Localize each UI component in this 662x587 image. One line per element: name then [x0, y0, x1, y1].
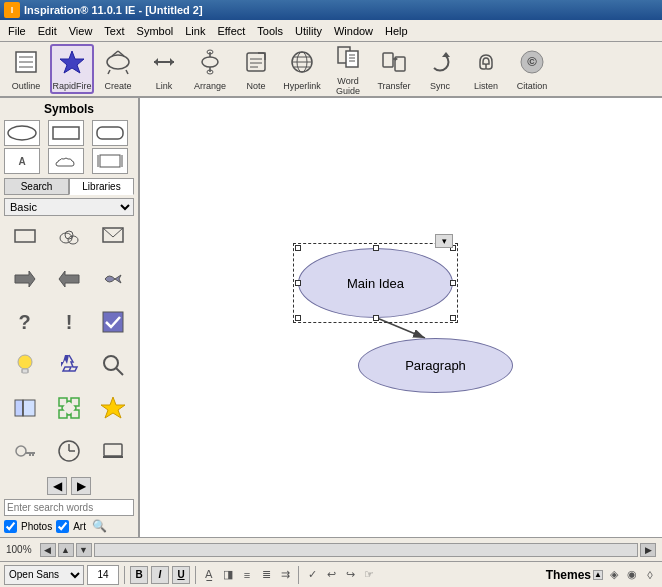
mainidea-shape[interactable]: ▾ Main Idea — [298, 248, 453, 318]
basic-select[interactable]: Basic — [4, 198, 134, 216]
arrow-back-icon[interactable]: ↩ — [323, 567, 339, 583]
canvas-area[interactable]: ▾ Main Idea Paragraph — [140, 98, 662, 537]
menu-text[interactable]: Text — [98, 23, 130, 39]
link-tool[interactable]: Link — [142, 44, 186, 94]
pin-symbol[interactable] — [92, 148, 128, 174]
handle-tl[interactable] — [295, 245, 301, 251]
italic-button[interactable]: I — [151, 566, 169, 584]
sym-exclamation[interactable]: ! — [48, 306, 89, 338]
align-left-icon[interactable]: ≡ — [239, 567, 255, 583]
handle-ml[interactable] — [295, 280, 301, 286]
palette-icon-2[interactable]: ◉ — [624, 567, 640, 583]
palette-icon-3[interactable]: ◊ — [642, 567, 658, 583]
indent-icon[interactable]: ⇉ — [277, 567, 293, 583]
note-tool[interactable]: Note — [234, 44, 278, 94]
sym-key[interactable] — [4, 435, 45, 467]
sym-puzzle[interactable] — [48, 392, 89, 424]
handle-mr[interactable] — [450, 280, 456, 286]
spellcheck-icon[interactable]: ✓ — [304, 567, 320, 583]
highlight-icon[interactable]: ◨ — [220, 567, 236, 583]
font-size-input[interactable] — [87, 565, 119, 585]
panel-prev-arrow[interactable]: ◀ — [47, 477, 67, 495]
scroll-right-arrow[interactable]: ▶ — [640, 543, 656, 557]
color-icon[interactable]: A̲ — [201, 567, 217, 583]
menu-tools[interactable]: Tools — [251, 23, 289, 39]
sym-arrow-left[interactable] — [48, 263, 89, 295]
sym-rectangle-outline[interactable] — [4, 220, 45, 252]
outline-icon — [12, 48, 40, 80]
handle-bl[interactable] — [295, 315, 301, 321]
paragraph-ellipse[interactable]: Paragraph — [358, 338, 513, 393]
roundrect-symbol[interactable] — [92, 120, 128, 146]
sym-arrow-right[interactable] — [4, 263, 45, 295]
scroll-down-arrow[interactable]: ▼ — [76, 543, 92, 557]
photos-checkbox[interactable] — [4, 520, 17, 533]
sym-fish[interactable] — [93, 263, 134, 295]
outline-tool[interactable]: Outline — [4, 44, 48, 94]
search-tab[interactable]: Search — [4, 178, 69, 195]
sym-clock[interactable] — [48, 435, 89, 467]
paragraph-shape[interactable]: Paragraph — [358, 338, 513, 393]
sym-cloud[interactable] — [48, 220, 89, 252]
citation-tool[interactable]: © Citation — [510, 44, 554, 94]
citation-icon: © — [518, 48, 546, 80]
handle-br[interactable] — [450, 315, 456, 321]
panel-next-arrow[interactable]: ▶ — [71, 477, 91, 495]
menu-effect[interactable]: Effect — [211, 23, 251, 39]
bold-button[interactable]: B — [130, 566, 148, 584]
sym-lightbulb[interactable] — [4, 349, 45, 381]
menu-help[interactable]: Help — [379, 23, 414, 39]
scroll-left-arrow[interactable]: ◀ — [40, 543, 56, 557]
themes-arrow[interactable]: ▲ — [593, 570, 603, 580]
palette-icon-1[interactable]: ◈ — [606, 567, 622, 583]
rect-symbol[interactable] — [48, 120, 84, 146]
svg-point-59 — [104, 356, 118, 370]
handle-tc[interactable] — [373, 245, 379, 251]
shape-dropdown[interactable]: ▾ — [435, 234, 453, 248]
menu-utility[interactable]: Utility — [289, 23, 328, 39]
sym-star[interactable] — [93, 392, 134, 424]
handle-bc[interactable] — [373, 315, 379, 321]
font-select[interactable]: Open Sans — [4, 565, 84, 585]
top-shapes: A — [4, 120, 134, 174]
underline-button[interactable]: U — [172, 566, 190, 584]
scroll-up-arrow[interactable]: ▲ — [58, 543, 74, 557]
sym-book[interactable] — [4, 392, 45, 424]
menu-symbol[interactable]: Symbol — [131, 23, 180, 39]
wordguide-tool[interactable]: Word Guide — [326, 44, 370, 94]
sym-message[interactable] — [93, 220, 134, 252]
oval-symbol[interactable] — [4, 120, 40, 146]
wordguide-label: Word Guide — [327, 76, 369, 96]
create-tool[interactable]: Create — [96, 44, 140, 94]
search-input[interactable] — [4, 499, 134, 516]
arrange-tool[interactable]: Arrange — [188, 44, 232, 94]
sym-question[interactable]: ? — [4, 306, 45, 338]
art-checkbox[interactable] — [56, 520, 69, 533]
menu-link[interactable]: Link — [179, 23, 211, 39]
sym-laptop[interactable] — [93, 435, 134, 467]
libraries-tab[interactable]: Libraries — [69, 178, 134, 195]
search-icon[interactable]: 🔍 — [92, 519, 107, 533]
menu-file[interactable]: File — [2, 23, 32, 39]
sync-label: Sync — [430, 81, 450, 91]
arrow-fwd-icon[interactable]: ↪ — [342, 567, 358, 583]
sym-magnify[interactable] — [93, 349, 134, 381]
label-symbol[interactable]: A — [4, 148, 40, 174]
listen-tool[interactable]: Listen — [464, 44, 508, 94]
sync-tool[interactable]: Sync — [418, 44, 462, 94]
sym-recycle[interactable] — [48, 349, 89, 381]
svg-rect-72 — [104, 444, 122, 456]
cloud-symbol[interactable] — [48, 148, 84, 174]
hscrollbar[interactable] — [94, 543, 638, 557]
list-icon[interactable]: ≣ — [258, 567, 274, 583]
menu-view[interactable]: View — [63, 23, 99, 39]
sym-checkmark[interactable] — [93, 306, 134, 338]
mainidea-ellipse[interactable]: Main Idea — [298, 248, 453, 318]
transfer-tool[interactable]: Transfer — [372, 44, 416, 94]
menu-edit[interactable]: Edit — [32, 23, 63, 39]
rapidfire-tool[interactable]: RapidFire — [50, 44, 94, 94]
themes-button[interactable]: Themes ▲ — [546, 568, 603, 582]
menu-window[interactable]: Window — [328, 23, 379, 39]
hand-icon[interactable]: ☞ — [361, 567, 377, 583]
hyperlink-tool[interactable]: Hyperlink — [280, 44, 324, 94]
